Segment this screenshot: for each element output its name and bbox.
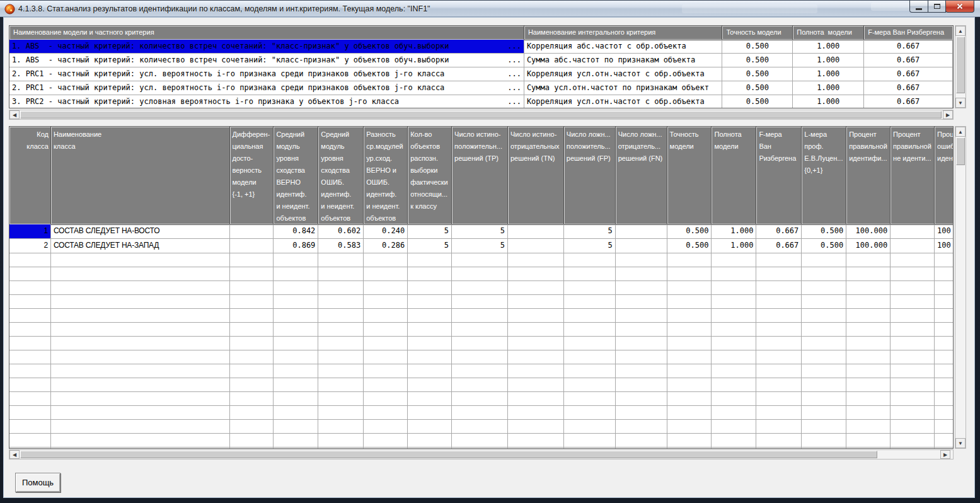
grid-cell[interactable]	[274, 378, 318, 391]
fmeasure-cell[interactable]: 0.667	[864, 40, 953, 53]
grid-cell[interactable]	[891, 448, 935, 449]
grid-cell[interactable]	[230, 281, 274, 294]
grid-cell[interactable]	[564, 350, 616, 364]
grid-cell[interactable]	[318, 281, 364, 294]
help-button[interactable]: Помощь	[15, 473, 61, 492]
grid-cell[interactable]	[230, 309, 274, 322]
grid-cell[interactable]	[230, 295, 274, 308]
grid-cell[interactable]	[616, 267, 667, 280]
grid-cell[interactable]	[756, 350, 802, 364]
grid-cell[interactable]: 1.000	[712, 239, 756, 253]
horizontal-scrollbar[interactable]: ◀ ▶	[9, 449, 954, 460]
grid-cell[interactable]	[564, 392, 616, 405]
grid-cell[interactable]	[935, 364, 953, 378]
table-row[interactable]	[9, 406, 953, 420]
scrollbar-thumb[interactable]	[20, 451, 877, 458]
class-code-cell[interactable]	[9, 392, 51, 405]
grid-cell[interactable]	[452, 323, 508, 336]
grid-cell[interactable]	[452, 420, 508, 433]
fmeasure-cell[interactable]: 0.667	[864, 81, 953, 95]
grid-cell[interactable]	[616, 281, 667, 294]
grid-cell[interactable]	[452, 448, 508, 449]
accuracy-cell[interactable]: 0.500	[722, 81, 793, 95]
grid-cell[interactable]	[318, 448, 364, 449]
table-row[interactable]	[9, 267, 953, 281]
grid-cell[interactable]	[935, 309, 953, 322]
grid-cell[interactable]	[318, 350, 364, 364]
model-cell[interactable]: 2. PRC1 - частный критерий: усл. вероятн…	[9, 81, 524, 95]
class-name-cell[interactable]: СОСТАВ СЛЕДУЕТ НА-ЗАПАД	[51, 239, 230, 253]
scroll-left-button[interactable]: ◀	[9, 110, 20, 119]
grid-cell[interactable]	[452, 337, 508, 350]
grid-cell[interactable]	[318, 337, 364, 350]
grid-cell[interactable]	[846, 448, 891, 449]
grid-cell[interactable]	[508, 392, 564, 405]
grid-cell[interactable]	[756, 392, 802, 405]
grid-cell[interactable]	[756, 281, 802, 294]
grid-cell[interactable]	[318, 378, 364, 391]
grid-cell[interactable]: 5	[452, 224, 508, 238]
grid-cell[interactable]	[756, 309, 802, 322]
grid-cell[interactable]	[846, 434, 891, 447]
grid-cell[interactable]	[712, 281, 756, 294]
table-row[interactable]	[9, 323, 953, 337]
class-code-cell[interactable]	[9, 253, 51, 267]
grid-cell[interactable]	[891, 364, 935, 378]
class-code-cell[interactable]	[9, 350, 51, 364]
grid-cell[interactable]	[318, 434, 364, 447]
grid-cell[interactable]	[935, 281, 953, 294]
accuracy-cell[interactable]: 0.500	[722, 54, 793, 67]
integral-cell[interactable]: Сумма усл.отн.частот по признакам объект	[524, 81, 723, 95]
grid-cell[interactable]	[508, 406, 564, 419]
class-code-cell[interactable]	[9, 337, 51, 350]
grid-cell[interactable]	[364, 309, 408, 322]
grid-cell[interactable]	[318, 267, 364, 280]
grid-cell[interactable]: 0.869	[274, 239, 318, 253]
scroll-up-button[interactable]: ▲	[955, 26, 966, 36]
grid-cell[interactable]	[712, 253, 756, 267]
grid-cell[interactable]	[756, 295, 802, 308]
grid-cell[interactable]	[846, 309, 891, 322]
grid-cell[interactable]	[616, 420, 667, 433]
grid-cell[interactable]	[935, 378, 953, 391]
grid-cell[interactable]	[452, 350, 508, 364]
recall-cell[interactable]: 1.000	[793, 81, 864, 95]
grid-cell[interactable]	[667, 434, 712, 447]
grid-cell[interactable]	[846, 295, 891, 308]
recall-cell[interactable]: 1.000	[793, 67, 864, 81]
grid-cell[interactable]	[802, 448, 846, 449]
model-cell[interactable]: 2. PRC1 - частный критерий: усл. вероятн…	[9, 67, 524, 81]
horizontal-scrollbar[interactable]: ◀ ▶	[9, 110, 954, 120]
class-name-cell[interactable]	[51, 337, 230, 350]
grid-cell[interactable]	[712, 420, 756, 433]
grid-cell[interactable]	[802, 323, 846, 336]
grid-cell[interactable]	[616, 253, 667, 267]
grid-cell[interactable]	[616, 295, 667, 308]
grid-cell[interactable]	[935, 420, 953, 433]
grid-cell[interactable]	[364, 434, 408, 447]
grid-cell[interactable]	[230, 434, 274, 447]
grid-cell[interactable]: 100.000	[846, 224, 891, 238]
fmeasure-cell[interactable]: 0.667	[864, 95, 953, 108]
grid-cell[interactable]	[274, 434, 318, 447]
grid-cell[interactable]	[318, 420, 364, 433]
grid-cell[interactable]	[364, 253, 408, 267]
grid-cell[interactable]	[616, 224, 667, 238]
grid-cell[interactable]	[616, 350, 667, 364]
grid-cell[interactable]	[508, 253, 564, 267]
grid-cell[interactable]	[564, 378, 616, 391]
grid-cell[interactable]	[274, 448, 318, 449]
grid-cell[interactable]	[230, 337, 274, 350]
class-code-cell[interactable]	[9, 309, 51, 322]
accuracy-cell[interactable]: 0.500	[722, 40, 793, 53]
grid-cell[interactable]: 100	[935, 224, 953, 238]
grid-cell[interactable]	[667, 350, 712, 364]
class-code-cell[interactable]	[9, 364, 51, 378]
class-name-cell[interactable]	[51, 448, 230, 449]
grid-cell[interactable]	[935, 295, 953, 308]
grid-cell[interactable]	[274, 323, 318, 336]
grid-cell[interactable]	[564, 434, 616, 447]
class-name-cell[interactable]: СОСТАВ СЛЕДУЕТ НА-ВОСТО	[51, 224, 230, 238]
class-code-cell[interactable]	[9, 420, 51, 433]
grid-cell[interactable]	[452, 434, 508, 447]
